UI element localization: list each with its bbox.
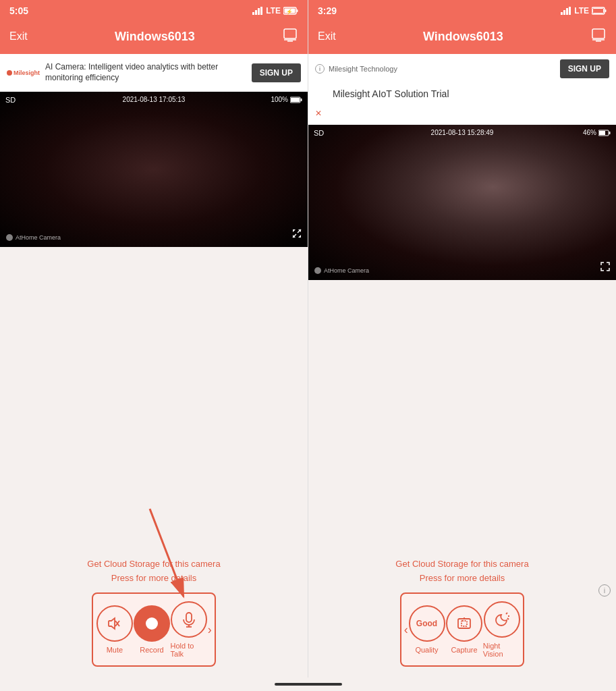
left-sd-label: SD [5, 96, 16, 104]
right-header: Exit Windows6013 [308, 22, 616, 54]
svg-rect-40 [461, 621, 467, 626]
right-controls-bar: ‹ Good Quality [400, 592, 525, 667]
svg-rect-37 [599, 131, 605, 135]
right-status-icons: LTE [561, 6, 607, 16]
svg-rect-0 [252, 12, 254, 15]
svg-rect-22 [186, 613, 192, 622]
svg-rect-36 [609, 132, 611, 134]
right-lte-label: LTE [574, 6, 589, 16]
right-battery-icon [592, 7, 607, 15]
svg-rect-12 [301, 99, 302, 101]
svg-rect-5 [297, 9, 298, 12]
left-ad-text: AI Camera: Intelligent video analytics w… [45, 62, 246, 83]
ad-close-icon[interactable]: ✕ [315, 109, 322, 118]
right-signup-button[interactable]: SIGN UP [560, 59, 609, 78]
right-ad-banner: i Milesight Technology SIGN UP Milesight… [308, 54, 616, 125]
left-expand-icon[interactable] [291, 228, 302, 242]
right-sd-label: SD [314, 129, 324, 137]
mute-label: Mute [107, 646, 123, 654]
right-panel: 3:29 LTE Exit Windows6013 [308, 0, 616, 678]
mute-button[interactable]: Mute [96, 605, 133, 654]
svg-rect-28 [569, 7, 571, 15]
left-timestamp: 2021-08-13 17:05:13 [123, 96, 186, 103]
home-indicator [0, 678, 616, 691]
record-icon-circle [134, 605, 170, 642]
right-expand-icon[interactable] [600, 261, 611, 275]
svg-rect-27 [566, 8, 568, 15]
arrow-annotation [130, 502, 211, 610]
quality-icon-circle: Good [409, 605, 445, 642]
left-status-icons: LTE ⚡ [252, 6, 298, 16]
left-camera-title: Windows6013 [115, 30, 195, 44]
nav-right-arrow[interactable]: › [208, 623, 212, 637]
right-ad-company: Milesight Technology [329, 65, 397, 73]
svg-line-42 [506, 613, 507, 614]
svg-rect-31 [593, 9, 604, 13]
left-time: 5:05 [9, 5, 28, 16]
lte-label: LTE [266, 6, 281, 16]
left-brand: AtHome Camera [5, 233, 61, 242]
right-exit-button[interactable]: Exit [318, 30, 336, 43]
left-battery-display: 100% [271, 96, 302, 103]
left-bottom-area: Get Cloud Storage for this camera Press … [0, 247, 308, 678]
svg-rect-2 [258, 8, 260, 15]
capture-icon-circle [446, 605, 482, 642]
right-cloud-storage-text[interactable]: Get Cloud Storage for this camera Press … [395, 557, 528, 586]
right-settings-icon[interactable] [590, 27, 607, 47]
svg-text:⚡: ⚡ [286, 8, 293, 15]
night-vision-button[interactable]: Night Vision [483, 601, 521, 658]
svg-point-21 [146, 617, 158, 630]
left-ad-logo: Milesight [7, 70, 40, 76]
mute-icon-circle [96, 605, 133, 642]
svg-rect-25 [561, 12, 563, 15]
quality-button[interactable]: Good Quality [408, 605, 446, 654]
left-panel: 5:05 LTE ⚡ Exit Windows6013 [0, 0, 308, 678]
svg-line-18 [150, 509, 184, 597]
night-vision-label: Night Vision [483, 642, 521, 658]
right-status-bar: 3:29 LTE [308, 0, 616, 22]
record-label: Record [140, 646, 163, 654]
svg-point-14 [6, 234, 13, 241]
left-settings-icon[interactable] [282, 27, 298, 47]
left-ad-banner: Milesight AI Camera: Intelligent video a… [0, 54, 308, 92]
hold-to-talk-label: Hold to Talk [171, 642, 208, 658]
right-bottom-area: i Get Cloud Storage for this camera Pres… [308, 280, 616, 678]
left-exit-button[interactable]: Exit [9, 30, 28, 43]
svg-rect-1 [255, 10, 257, 15]
svg-rect-39 [458, 619, 470, 628]
right-camera-title: Windows6013 [423, 30, 503, 44]
battery-charging-icon: ⚡ [283, 7, 298, 15]
right-brand: AtHome Camera [314, 267, 369, 275]
right-time: 3:29 [318, 5, 337, 16]
svg-line-44 [507, 618, 509, 619]
right-timestamp: 2021-08-13 15:28:49 [431, 129, 494, 136]
home-bar [275, 683, 342, 686]
ad-info-icon[interactable]: i [315, 64, 325, 74]
svg-rect-26 [563, 10, 565, 15]
right-camera-feed: SD 2021-08-13 15:28:49 46% AtHome Camera [308, 125, 616, 280]
svg-rect-8 [284, 29, 296, 38]
capture-button[interactable]: Capture [445, 605, 483, 654]
left-status-bar: 5:05 LTE ⚡ [0, 0, 308, 22]
left-camera-feed: SD 2021-08-13 17:05:13 100% AtHome Camer… [0, 92, 308, 247]
svg-rect-30 [605, 9, 607, 12]
right-ad-title: Milesight AIoT Solution Trial [333, 88, 449, 99]
capture-label: Capture [451, 646, 477, 654]
svg-rect-3 [260, 7, 262, 15]
svg-point-38 [314, 267, 321, 274]
night-vision-icon-circle [484, 601, 520, 638]
record-button[interactable]: Record [133, 605, 170, 654]
left-signup-button[interactable]: SIGN UP [252, 63, 301, 82]
quality-label: Quality [415, 646, 438, 654]
right-battery-display: 46% [583, 129, 611, 136]
signal-icon [252, 7, 263, 15]
svg-rect-32 [592, 29, 605, 38]
info-bottom-icon[interactable]: i [598, 584, 611, 597]
svg-rect-13 [291, 98, 300, 102]
right-signal-icon [561, 7, 571, 15]
left-header: Exit Windows6013 [0, 22, 308, 54]
